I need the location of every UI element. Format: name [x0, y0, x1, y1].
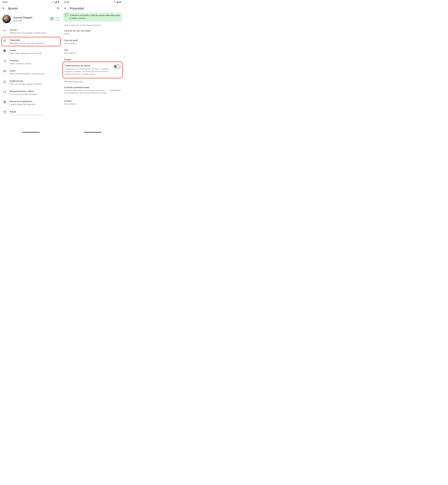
item-value: Mis contactos [64, 42, 121, 45]
svg-rect-1 [51, 17, 52, 19]
item-subtitle: Tema, fondos de pantalla, historial de c… [9, 72, 59, 75]
svg-rect-6 [52, 20, 53, 20]
svg-rect-4 [52, 19, 53, 20]
page-title: Ajustes [8, 7, 54, 10]
item-title: Privacidad [9, 39, 59, 41]
read-receipts-toggle[interactable] [113, 65, 121, 69]
avatar[interactable] [2, 15, 11, 23]
status-time: 16:05 [2, 1, 8, 3]
battery-icon [57, 1, 59, 4]
back-icon[interactable] [2, 7, 5, 10]
item-state: Desactivada [110, 86, 121, 92]
profile-row[interactable]: Juanma Delgado Disponible [0, 13, 62, 25]
item-title: Avatar [9, 49, 59, 52]
privacy-item-duration[interactable]: Duración predeterminada Comienza chats n… [62, 84, 123, 96]
privacy-banner[interactable]: Controla tu privacidad y elige los ajust… [63, 13, 122, 22]
item-title: Foto del perfil [64, 39, 121, 42]
svg-rect-0 [58, 2, 59, 3]
item-title: Almacenamiento y datos [9, 90, 59, 93]
item-subtitle: Uso de red, descarga automática [9, 93, 59, 96]
battery-icon [119, 1, 121, 4]
qr-icon[interactable] [50, 17, 54, 21]
appbar-right: Privacidad [62, 4, 123, 13]
item-subtitle: Notificaciones de seguridad, cambiar núm… [9, 32, 59, 34]
lock-icon [3, 39, 7, 42]
svg-rect-15 [120, 1, 120, 1]
item-title: Ayuda [9, 110, 59, 113]
item-value: Mis contactos [64, 103, 121, 105]
settings-item-cuenta[interactable]: Cuenta Notificaciones de seguridad, camb… [0, 26, 62, 37]
item-title: Grupos [64, 100, 121, 102]
cellular-icon [55, 1, 57, 4]
statusbar-right: 16:06 [62, 0, 123, 4]
section-header-temp: Mensajes temporales [62, 79, 123, 84]
wifi-icon [114, 1, 116, 4]
privacy-item-estado[interactable]: Estado [62, 56, 123, 62]
search-icon[interactable] [56, 7, 60, 10]
item-title: Duración predeterminada [64, 86, 108, 89]
privacy-item-profilephoto[interactable]: Foto del perfil Mis contactos [62, 37, 123, 47]
profile-name: Juanma Delgado [13, 16, 48, 19]
privacy-item-lastseen[interactable]: Hora de últ. vez y En línea Nadie [62, 28, 123, 37]
settings-item-privacidad[interactable]: Privacidad Bloquear contactos, mensajes … [0, 37, 62, 47]
privacy-item-info[interactable]: Info. Mis contactos [62, 47, 123, 56]
item-subtitle: Español (idioma del dispositivo) [9, 103, 59, 106]
svg-rect-2 [52, 17, 54, 19]
item-value: Mis contactos [64, 52, 121, 54]
check-icon [65, 13, 68, 16]
item-title: Estado [64, 58, 121, 61]
help-icon [3, 110, 7, 114]
item-value: Nadie [64, 32, 121, 35]
heart-icon [3, 59, 7, 63]
face-icon [3, 49, 7, 52]
privacy-item-grupos[interactable]: Grupos Mis contactos [62, 98, 123, 107]
settings-item-ayuda[interactable]: Ayuda Centro de ayuda, contáctanos, polí… [0, 108, 62, 116]
svg-rect-9 [4, 40, 6, 42]
item-subtitle: Bloquear contactos, mensajes temporales [9, 42, 59, 45]
item-title: Favoritos [9, 59, 59, 62]
settings-item-chats[interactable]: Chats Tema, fondos de pantalla, historia… [0, 67, 62, 78]
status-time: 16:06 [64, 1, 69, 3]
page-title: Privacidad [70, 7, 121, 10]
status-icons [114, 1, 121, 4]
settings-item-favoritos[interactable]: Favoritos Añadir, reordenar, eliminar [0, 57, 62, 67]
item-description: Si desactivas las confirmaciones de lect… [64, 68, 112, 75]
storage-icon [3, 90, 7, 93]
chevron-down-icon[interactable] [56, 17, 59, 21]
privacy-item-read-receipts[interactable]: Confirmaciones de lectura Si desactivas … [63, 62, 122, 78]
svg-rect-5 [53, 19, 54, 20]
item-title: Cuenta [9, 29, 59, 31]
nav-handle[interactable] [62, 132, 123, 133]
back-icon[interactable] [64, 7, 67, 10]
settings-item-notificaciones[interactable]: Notificaciones Tonos de mensajes, grupos… [0, 78, 62, 88]
settings-item-idioma[interactable]: Idioma de la aplicación Español (idioma … [0, 98, 62, 108]
chat-icon [3, 70, 7, 73]
item-subtitle: Crear, editar, administrar foto del perf… [9, 52, 59, 55]
item-subtitle: Añadir, reordenar, eliminar [9, 62, 59, 65]
settings-item-avatar[interactable]: Avatar Crear, editar, administrar foto d… [0, 47, 62, 57]
settings-item-almacenamiento[interactable]: Almacenamiento y datos Uso de red, desca… [0, 88, 62, 98]
globe-icon [3, 100, 7, 103]
svg-rect-7 [53, 20, 54, 20]
item-title: Idioma de la aplicación [9, 100, 59, 103]
cellular-icon [116, 1, 119, 4]
section-header-personal: Quién puede ver mi información personal [62, 23, 123, 28]
item-title: Confirmaciones de lectura [64, 64, 112, 67]
svg-rect-14 [120, 1, 120, 3]
item-description: Comienza chats nuevos con mensajes tempo… [64, 89, 108, 94]
svg-rect-3 [51, 19, 52, 20]
appbar-left: Ajustes [0, 4, 62, 13]
bell-icon [3, 80, 7, 83]
status-icons [52, 1, 59, 4]
item-title: Notificaciones [9, 80, 59, 82]
banner-link[interactable]: Iniciar revisión [72, 17, 86, 19]
key-icon [3, 29, 7, 32]
item-title: Chats [9, 70, 59, 72]
statusbar-left: 16:05 [0, 0, 62, 4]
wifi-icon [52, 1, 54, 4]
nav-handle[interactable] [0, 132, 62, 133]
item-subtitle: Centro de ayuda, contáctanos, política d… [9, 113, 59, 116]
item-title: Hora de últ. vez y En línea [64, 30, 121, 32]
profile-status: Disponible [13, 20, 48, 22]
item-title: Info. [64, 49, 121, 51]
